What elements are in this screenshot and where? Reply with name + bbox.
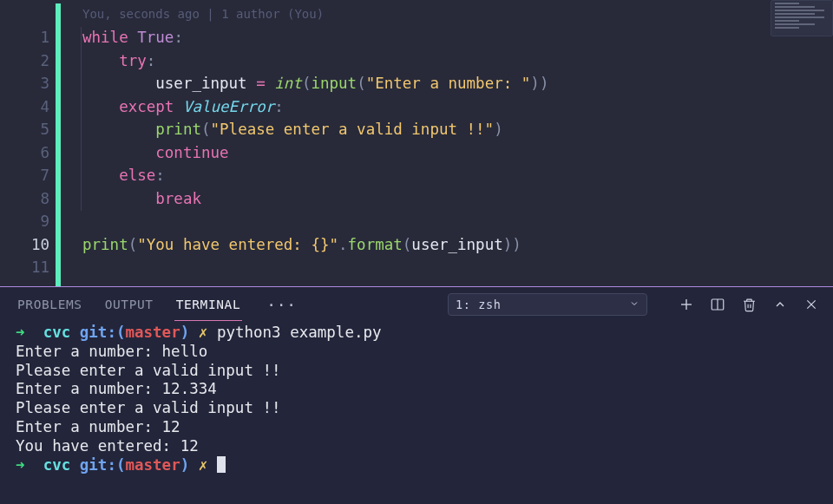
line-number: 1 — [0, 26, 56, 49]
prompt-git-post: ) — [180, 324, 190, 341]
line-number: 10 — [0, 233, 56, 257]
builtin-int: int — [274, 75, 302, 92]
punct: ( — [128, 236, 138, 253]
line-number: 9 — [0, 210, 56, 233]
punct: ) — [494, 121, 503, 138]
line-number: 3 — [0, 72, 56, 95]
line-number: 11 — [0, 256, 56, 279]
prompt-git-pre: git:( — [80, 456, 126, 474]
code-area[interactable]: You, seconds ago | 1 author (You) while … — [61, 0, 833, 286]
terminal-line: Enter a number: hello — [16, 343, 207, 360]
punct: ( — [302, 75, 312, 92]
code-editor[interactable]: 1 2 3 4 5 6 7 8 9 10 11 You, seconds ago… — [0, 0, 833, 286]
punct: : — [174, 29, 183, 46]
punct: : — [155, 167, 165, 184]
string-literal: "You have entered: {}" — [137, 236, 338, 253]
terminal-line: Please enter a valid input !! — [16, 362, 281, 379]
builtin-input: input — [311, 75, 357, 92]
keyword-while: while — [82, 29, 128, 46]
string-literal: "Enter a number: " — [366, 75, 531, 92]
tab-terminal[interactable]: TERMINAL — [174, 289, 243, 321]
prompt-dir: cvc — [43, 456, 71, 474]
method-format: format — [348, 236, 403, 253]
keyword-continue: continue — [155, 144, 228, 161]
terminal-cursor — [217, 456, 226, 473]
tab-problems[interactable]: PROBLEMS — [16, 289, 84, 320]
more-tabs-icon[interactable]: ··· — [261, 296, 301, 314]
prompt-branch: master — [125, 456, 180, 474]
identifier: user_input — [155, 75, 246, 92]
operator-eq: = — [256, 75, 266, 92]
source-code[interactable]: while True: try: user_input = int(input(… — [61, 26, 833, 256]
punct: : — [147, 52, 156, 69]
terminal-selector[interactable]: 1: zsh — [448, 293, 647, 316]
prompt-git-pre: git:( — [80, 324, 126, 341]
terminal-line: Enter a number: 12.334 — [16, 380, 217, 397]
prompt-dirty-icon: ✗ — [199, 324, 208, 341]
split-terminal-icon[interactable] — [710, 297, 725, 312]
git-codelens[interactable]: You, seconds ago | 1 author (You) — [61, 3, 833, 26]
terminal-command: python3 example.py — [217, 324, 382, 341]
line-number-gutter: 1 2 3 4 5 6 7 8 9 10 11 — [0, 0, 56, 286]
punct: . — [338, 236, 348, 253]
prompt-dir: cvc — [43, 324, 71, 341]
punct: ( — [357, 75, 366, 92]
panel-tabs: PROBLEMS OUTPUT TERMINAL ··· 1: zsh — [0, 287, 833, 322]
new-terminal-icon[interactable] — [679, 297, 694, 312]
line-number: 7 — [0, 164, 56, 187]
terminal-output[interactable]: ➜ cvc git:(master) ✗ python3 example.py … — [0, 322, 833, 504]
prompt-dirty-icon: ✗ — [199, 456, 208, 474]
line-number: 8 — [0, 187, 56, 211]
close-panel-icon[interactable] — [803, 297, 819, 312]
keyword-break: break — [155, 190, 201, 207]
builtin-print: print — [82, 236, 128, 253]
line-number: 4 — [0, 95, 56, 119]
keyword-try: try — [119, 52, 147, 69]
punct: )) — [503, 236, 521, 253]
chevron-down-icon — [629, 298, 640, 311]
builtin-print: print — [155, 121, 201, 138]
string-literal: "Please enter a valid input !!" — [211, 121, 495, 138]
exception-valueerror: ValueError — [183, 98, 274, 115]
terminal-line: Enter a number: 12 — [16, 418, 180, 435]
prompt-arrow-icon: ➜ — [16, 456, 25, 474]
punct: )) — [530, 75, 548, 92]
identifier: user_input — [411, 236, 502, 253]
minimap[interactable] — [771, 0, 833, 36]
tab-output[interactable]: OUTPUT — [103, 289, 155, 320]
line-number: 5 — [0, 118, 56, 141]
prompt-arrow-icon: ➜ — [16, 324, 25, 341]
punct: ( — [403, 236, 412, 253]
literal-true: True — [137, 29, 174, 46]
line-number: 6 — [0, 141, 56, 165]
punct: : — [274, 98, 284, 115]
maximize-panel-icon[interactable] — [772, 297, 788, 312]
line-number: 2 — [0, 49, 56, 73]
terminal-selector-label: 1: zsh — [456, 298, 501, 311]
prompt-branch: master — [125, 324, 180, 341]
keyword-else: else — [119, 167, 155, 184]
kill-terminal-icon[interactable] — [741, 297, 757, 312]
prompt-git-post: ) — [180, 456, 190, 474]
bottom-panel: PROBLEMS OUTPUT TERMINAL ··· 1: zsh — [0, 286, 833, 504]
terminal-line: You have entered: 12 — [16, 437, 199, 455]
keyword-except: except — [119, 98, 174, 115]
terminal-line: Please enter a valid input !! — [16, 399, 281, 416]
panel-actions — [679, 297, 833, 312]
punct: ( — [201, 121, 211, 138]
